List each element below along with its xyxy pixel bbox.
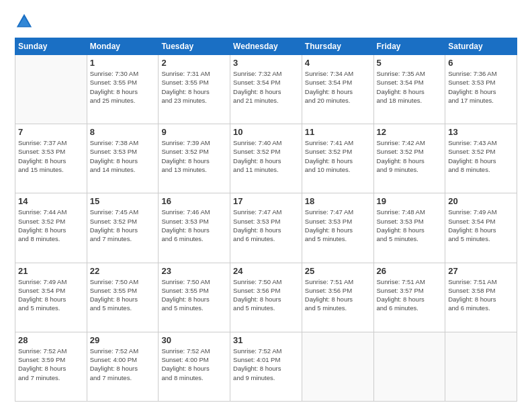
calendar-cell: 9Sunrise: 7:39 AM Sunset: 3:52 PM Daylig…	[159, 124, 230, 193]
calendar-cell: 5Sunrise: 7:35 AM Sunset: 3:54 PM Daylig…	[373, 55, 445, 124]
calendar-cell: 25Sunrise: 7:51 AM Sunset: 3:56 PM Dayli…	[302, 263, 373, 332]
calendar-cell: 3Sunrise: 7:32 AM Sunset: 3:54 PM Daylig…	[230, 55, 302, 124]
calendar-cell: 1Sunrise: 7:30 AM Sunset: 3:55 PM Daylig…	[87, 55, 159, 124]
logo	[15, 12, 36, 31]
day-info: Sunrise: 7:31 AM Sunset: 3:55 PM Dayligh…	[161, 69, 227, 105]
day-info: Sunrise: 7:34 AM Sunset: 3:54 PM Dayligh…	[305, 69, 371, 105]
day-number: 6	[448, 58, 514, 68]
calendar-week-5: 28Sunrise: 7:52 AM Sunset: 3:59 PM Dayli…	[15, 332, 517, 401]
day-info: Sunrise: 7:37 AM Sunset: 3:53 PM Dayligh…	[18, 138, 84, 174]
calendar-header-sunday: Sunday	[15, 38, 87, 55]
calendar-week-2: 7Sunrise: 7:37 AM Sunset: 3:53 PM Daylig…	[15, 124, 517, 193]
day-number: 8	[90, 127, 156, 137]
calendar-header-thursday: Thursday	[302, 38, 373, 55]
logo-icon	[15, 12, 34, 31]
calendar-cell: 26Sunrise: 7:51 AM Sunset: 3:57 PM Dayli…	[373, 263, 445, 332]
calendar-cell: 18Sunrise: 7:47 AM Sunset: 3:53 PM Dayli…	[302, 193, 373, 263]
calendar-week-1: 1Sunrise: 7:30 AM Sunset: 3:55 PM Daylig…	[15, 55, 517, 124]
calendar-table: SundayMondayTuesdayWednesdayThursdayFrid…	[15, 38, 517, 402]
day-info: Sunrise: 7:32 AM Sunset: 3:54 PM Dayligh…	[233, 69, 299, 105]
day-number: 15	[90, 196, 156, 206]
header	[15, 12, 517, 31]
calendar-cell: 4Sunrise: 7:34 AM Sunset: 3:54 PM Daylig…	[302, 55, 373, 124]
calendar-header-wednesday: Wednesday	[230, 38, 302, 55]
calendar-header-friday: Friday	[373, 38, 445, 55]
calendar-cell: 21Sunrise: 7:49 AM Sunset: 3:54 PM Dayli…	[15, 263, 87, 332]
day-number: 12	[377, 127, 443, 137]
day-info: Sunrise: 7:47 AM Sunset: 3:53 PM Dayligh…	[305, 208, 371, 243]
calendar-cell: 31Sunrise: 7:52 AM Sunset: 4:01 PM Dayli…	[230, 332, 302, 401]
day-number: 19	[377, 196, 443, 206]
day-info: Sunrise: 7:36 AM Sunset: 3:53 PM Dayligh…	[448, 69, 514, 105]
day-number: 29	[90, 335, 156, 345]
day-number: 27	[448, 266, 514, 276]
calendar-cell: 17Sunrise: 7:47 AM Sunset: 3:53 PM Dayli…	[230, 193, 302, 263]
day-number: 26	[377, 266, 443, 276]
calendar-cell	[445, 332, 517, 401]
day-info: Sunrise: 7:51 AM Sunset: 3:56 PM Dayligh…	[305, 277, 371, 313]
day-number: 5	[377, 58, 443, 68]
calendar-cell: 28Sunrise: 7:52 AM Sunset: 3:59 PM Dayli…	[15, 332, 87, 401]
day-info: Sunrise: 7:48 AM Sunset: 3:53 PM Dayligh…	[377, 208, 443, 243]
day-info: Sunrise: 7:52 AM Sunset: 4:00 PM Dayligh…	[161, 347, 227, 382]
calendar-week-4: 21Sunrise: 7:49 AM Sunset: 3:54 PM Dayli…	[15, 263, 517, 332]
day-info: Sunrise: 7:30 AM Sunset: 3:55 PM Dayligh…	[90, 69, 156, 105]
day-info: Sunrise: 7:42 AM Sunset: 3:52 PM Dayligh…	[377, 138, 443, 174]
day-info: Sunrise: 7:52 AM Sunset: 3:59 PM Dayligh…	[18, 347, 84, 382]
calendar-cell: 22Sunrise: 7:50 AM Sunset: 3:55 PM Dayli…	[87, 263, 159, 332]
day-info: Sunrise: 7:51 AM Sunset: 3:57 PM Dayligh…	[377, 277, 443, 313]
day-number: 24	[233, 266, 299, 276]
calendar-cell: 7Sunrise: 7:37 AM Sunset: 3:53 PM Daylig…	[15, 124, 87, 193]
day-number: 4	[305, 58, 371, 68]
calendar-cell: 20Sunrise: 7:49 AM Sunset: 3:54 PM Dayli…	[445, 193, 517, 263]
calendar-header-tuesday: Tuesday	[159, 38, 230, 55]
day-info: Sunrise: 7:51 AM Sunset: 3:58 PM Dayligh…	[448, 277, 514, 313]
calendar-cell: 29Sunrise: 7:52 AM Sunset: 4:00 PM Dayli…	[87, 332, 159, 401]
day-info: Sunrise: 7:49 AM Sunset: 3:54 PM Dayligh…	[18, 277, 84, 313]
day-number: 1	[90, 58, 156, 68]
day-info: Sunrise: 7:40 AM Sunset: 3:52 PM Dayligh…	[233, 138, 299, 174]
day-number: 14	[18, 196, 84, 206]
day-info: Sunrise: 7:52 AM Sunset: 4:00 PM Dayligh…	[90, 347, 156, 382]
page: SundayMondayTuesdayWednesdayThursdayFrid…	[0, 0, 532, 411]
day-info: Sunrise: 7:50 AM Sunset: 3:55 PM Dayligh…	[161, 277, 227, 313]
day-number: 31	[233, 335, 299, 345]
day-number: 25	[305, 266, 371, 276]
day-number: 9	[161, 127, 227, 137]
day-info: Sunrise: 7:44 AM Sunset: 3:52 PM Dayligh…	[18, 208, 84, 243]
calendar-cell: 16Sunrise: 7:46 AM Sunset: 3:53 PM Dayli…	[159, 193, 230, 263]
day-number: 17	[233, 196, 299, 206]
calendar-cell: 15Sunrise: 7:45 AM Sunset: 3:52 PM Dayli…	[87, 193, 159, 263]
day-info: Sunrise: 7:45 AM Sunset: 3:52 PM Dayligh…	[90, 208, 156, 243]
day-info: Sunrise: 7:46 AM Sunset: 3:53 PM Dayligh…	[161, 208, 227, 243]
calendar-cell: 27Sunrise: 7:51 AM Sunset: 3:58 PM Dayli…	[445, 263, 517, 332]
day-info: Sunrise: 7:41 AM Sunset: 3:52 PM Dayligh…	[305, 138, 371, 174]
calendar-cell	[302, 332, 373, 401]
calendar-cell: 23Sunrise: 7:50 AM Sunset: 3:55 PM Dayli…	[159, 263, 230, 332]
calendar-cell	[15, 55, 87, 124]
calendar-cell: 19Sunrise: 7:48 AM Sunset: 3:53 PM Dayli…	[373, 193, 445, 263]
calendar-cell: 11Sunrise: 7:41 AM Sunset: 3:52 PM Dayli…	[302, 124, 373, 193]
day-info: Sunrise: 7:50 AM Sunset: 3:55 PM Dayligh…	[90, 277, 156, 313]
day-number: 10	[233, 127, 299, 137]
calendar-cell: 13Sunrise: 7:43 AM Sunset: 3:52 PM Dayli…	[445, 124, 517, 193]
calendar-header-row: SundayMondayTuesdayWednesdayThursdayFrid…	[15, 38, 517, 55]
calendar-cell: 30Sunrise: 7:52 AM Sunset: 4:00 PM Dayli…	[159, 332, 230, 401]
day-info: Sunrise: 7:38 AM Sunset: 3:53 PM Dayligh…	[90, 138, 156, 174]
day-number: 23	[161, 266, 227, 276]
day-number: 18	[305, 196, 371, 206]
calendar-cell: 14Sunrise: 7:44 AM Sunset: 3:52 PM Dayli…	[15, 193, 87, 263]
day-info: Sunrise: 7:43 AM Sunset: 3:52 PM Dayligh…	[448, 138, 514, 174]
day-number: 28	[18, 335, 84, 345]
day-number: 21	[18, 266, 84, 276]
calendar-header-monday: Monday	[87, 38, 159, 55]
calendar-cell: 6Sunrise: 7:36 AM Sunset: 3:53 PM Daylig…	[445, 55, 517, 124]
calendar-header-saturday: Saturday	[445, 38, 517, 55]
calendar-cell: 8Sunrise: 7:38 AM Sunset: 3:53 PM Daylig…	[87, 124, 159, 193]
calendar-cell: 12Sunrise: 7:42 AM Sunset: 3:52 PM Dayli…	[373, 124, 445, 193]
day-number: 11	[305, 127, 371, 137]
day-number: 3	[233, 58, 299, 68]
day-number: 22	[90, 266, 156, 276]
day-number: 30	[161, 335, 227, 345]
calendar-cell: 2Sunrise: 7:31 AM Sunset: 3:55 PM Daylig…	[159, 55, 230, 124]
